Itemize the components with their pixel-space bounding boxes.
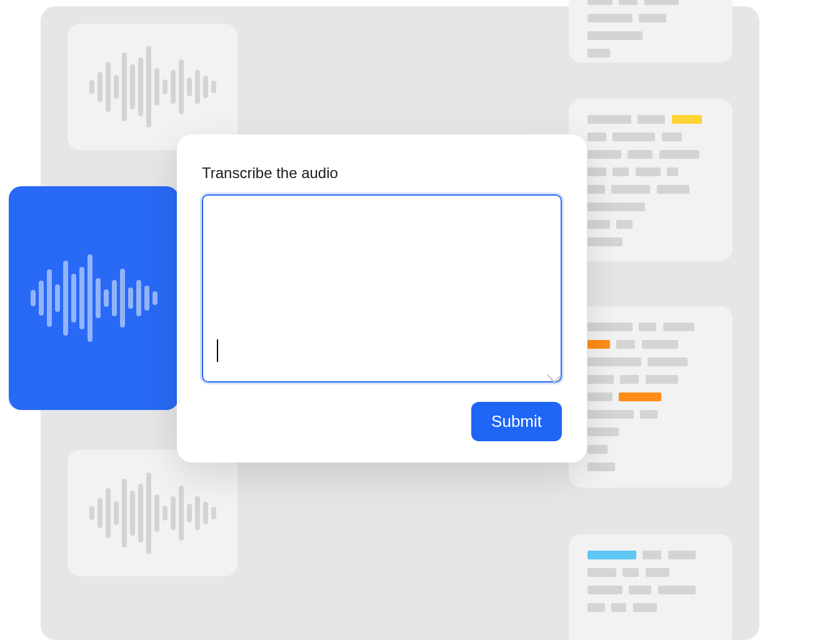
transcript-preview-card	[569, 0, 732, 62]
audio-clip-card	[68, 24, 238, 150]
waveform-icon	[31, 254, 158, 342]
transcript-preview-card	[569, 534, 732, 640]
waveform-icon	[89, 472, 216, 554]
audio-clip-card-active	[9, 186, 179, 410]
submit-button[interactable]: Submit	[471, 402, 562, 441]
transcribe-modal: Transcribe the audio Submit	[177, 134, 587, 462]
waveform-icon	[89, 46, 216, 128]
transcribe-label: Transcribe the audio	[202, 164, 562, 182]
transcribe-textarea[interactable]	[202, 194, 562, 382]
transcript-preview-card	[569, 99, 732, 261]
transcript-preview-card	[569, 306, 732, 488]
text-cursor-icon	[217, 339, 218, 362]
audio-clip-card	[68, 450, 238, 576]
